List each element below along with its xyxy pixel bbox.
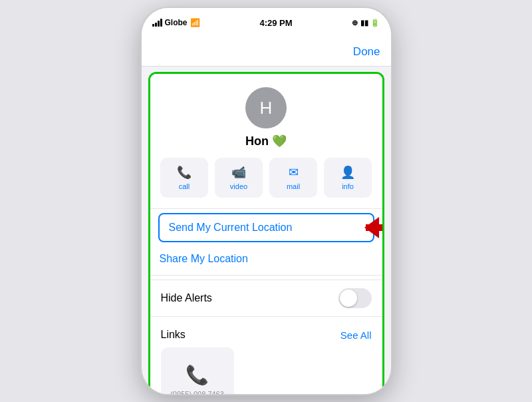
done-button[interactable]: Done <box>353 45 380 59</box>
video-label: video <box>230 182 247 190</box>
share-location-button[interactable]: Share My Location <box>150 246 382 274</box>
links-section: Links See All 📞 (0955) 008 7463 <box>150 321 382 394</box>
info-icon: 👤 <box>340 165 355 180</box>
call-label: call <box>179 182 190 190</box>
info-label: info <box>342 182 354 190</box>
phone-link-number: (0955) 008 7463 <box>170 390 224 395</box>
phone-link-card[interactable]: 📞 (0955) 008 7463 <box>161 347 234 394</box>
arrow-head <box>364 217 379 238</box>
contact-section: H Hon 💚 📞 call 📹 video ✉ mail 👤 <box>150 74 382 208</box>
see-all-button[interactable]: See All <box>340 329 372 341</box>
signal-bar-3 <box>158 21 160 27</box>
avatar: H <box>245 87 287 128</box>
signal-bar-1 <box>152 24 154 27</box>
links-header: Links See All <box>161 329 372 341</box>
share-location-text: Share My Location <box>160 253 248 264</box>
toggle-thumb <box>340 290 357 307</box>
contact-name: Hon 💚 <box>245 134 287 148</box>
status-bar: Globe 📶 4:29 PM ⊕ ▮▮ 🔋 <box>142 8 391 37</box>
action-buttons-row: 📞 call 📹 video ✉ mail 👤 info <box>160 158 372 198</box>
mail-icon: ✉ <box>289 165 299 180</box>
hide-alerts-toggle[interactable] <box>338 288 372 308</box>
links-title: Links <box>161 329 186 341</box>
hide-alerts-label: Hide Alerts <box>161 292 212 304</box>
signal-bar-4 <box>160 19 162 27</box>
info-button[interactable]: 👤 info <box>324 158 372 198</box>
phone-link-icon: 📞 <box>186 364 209 386</box>
wifi-icon: 📶 <box>190 18 200 27</box>
video-button[interactable]: 📹 video <box>215 158 263 198</box>
call-icon: 📞 <box>177 165 192 180</box>
call-button[interactable]: 📞 call <box>160 158 208 198</box>
alerts-section: Hide Alerts <box>150 280 382 317</box>
status-right: ⊕ ▮▮ 🔋 <box>352 19 380 27</box>
mail-label: mail <box>287 182 300 190</box>
location-section: Send My Current Location Share My Locati… <box>150 208 382 276</box>
phone-frame: Globe 📶 4:29 PM ⊕ ▮▮ 🔋 Done H Hon 💚 📞 ca… <box>142 8 391 394</box>
status-left: Globe 📶 <box>152 18 200 27</box>
signal-bars <box>152 19 162 27</box>
carrier-label: Globe <box>165 18 188 27</box>
content-area: H Hon 💚 📞 call 📹 video ✉ mail 👤 <box>148 72 384 394</box>
nav-bar: Done <box>142 37 391 67</box>
send-current-location-text: Send My Current Location <box>169 222 293 233</box>
screen-mirror-icon: ⊕ <box>352 19 358 27</box>
status-time: 4:29 PM <box>259 18 292 28</box>
battery-icon: ▮▮ 🔋 <box>360 19 380 27</box>
mail-button[interactable]: ✉ mail <box>269 158 317 198</box>
avatar-letter: H <box>260 98 273 118</box>
video-icon: 📹 <box>231 165 246 180</box>
send-current-location-button[interactable]: Send My Current Location <box>158 213 374 242</box>
red-arrow-container <box>366 224 384 231</box>
signal-bar-2 <box>155 23 157 27</box>
